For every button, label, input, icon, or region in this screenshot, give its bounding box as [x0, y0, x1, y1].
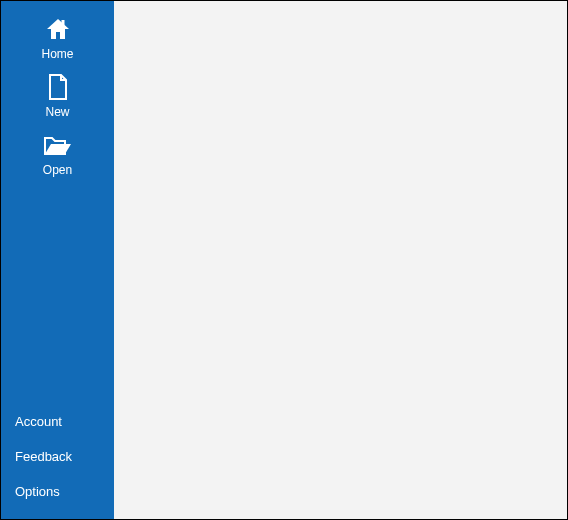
sidebar-item-open[interactable]: Open: [1, 125, 114, 183]
open-folder-icon: [43, 131, 73, 159]
sidebar-item-home[interactable]: Home: [1, 9, 114, 67]
svg-rect-0: [61, 20, 64, 25]
sidebar-bottom-group: Account Feedback Options: [1, 404, 114, 509]
sidebar-item-label: Feedback: [15, 449, 72, 464]
sidebar-item-label: New: [45, 105, 69, 119]
sidebar: Home New Open: [1, 1, 114, 519]
sidebar-item-account[interactable]: Account: [15, 404, 114, 439]
sidebar-item-label: Home: [41, 47, 73, 61]
app-window: Home New Open: [0, 0, 568, 520]
home-icon: [45, 15, 71, 43]
new-document-icon: [47, 73, 69, 101]
sidebar-item-label: Account: [15, 414, 62, 429]
content-area: [114, 1, 567, 519]
sidebar-item-new[interactable]: New: [1, 67, 114, 125]
sidebar-item-label: Open: [43, 163, 72, 177]
sidebar-item-feedback[interactable]: Feedback: [15, 439, 114, 474]
sidebar-item-label: Options: [15, 484, 60, 499]
sidebar-item-options[interactable]: Options: [15, 474, 114, 509]
sidebar-top-group: Home New Open: [1, 9, 114, 183]
